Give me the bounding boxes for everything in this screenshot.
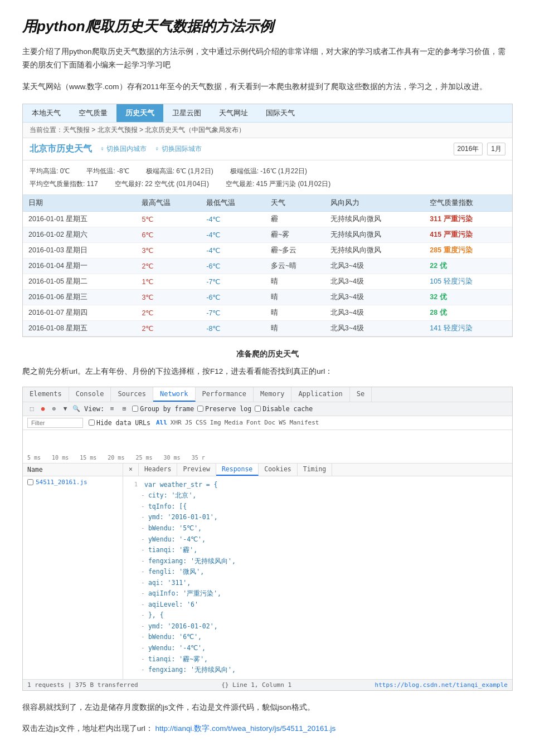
line-dash: -: [141, 545, 145, 556]
search-icon[interactable]: 🔍: [72, 404, 81, 413]
table-row: 2016-01-04 星期一 2℃ -6℃ 多云~晴 北风3~4级 22 优: [23, 258, 512, 274]
disable-cache-checkbox[interactable]: [255, 406, 261, 412]
line-dash: -: [141, 534, 145, 545]
line-dash: -: [141, 556, 145, 567]
filter-font[interactable]: Font: [246, 419, 261, 426]
code-content: tqInfo: [{: [148, 501, 187, 513]
group-by-frame-checkbox[interactable]: [132, 406, 138, 412]
code-line: - aqiLevel: '6': [129, 599, 507, 611]
view-list-icon[interactable]: ≡: [108, 404, 116, 413]
tab-network[interactable]: Network: [153, 387, 196, 402]
cell-aqi: 105 轻度污染: [424, 274, 512, 290]
tab-memory[interactable]: Memory: [254, 387, 291, 402]
cell-aqi: 285 重度污染: [424, 243, 512, 258]
file-checkbox[interactable]: [27, 479, 33, 485]
code-line: - ymd: '2016-01-02',: [129, 621, 507, 632]
cursor-icon[interactable]: ⬚: [27, 404, 36, 413]
cell-low: -4℃: [201, 227, 265, 243]
stop-icon[interactable]: ⊗: [50, 404, 59, 413]
network-file-item[interactable]: 54511_20161.js: [23, 476, 123, 488]
timeline-label-35: 35 r: [192, 455, 205, 461]
col-aqi: 空气质量指数: [424, 195, 512, 212]
close-tab-btn[interactable]: ×: [123, 464, 139, 476]
filter-manifest[interactable]: Manifest: [289, 419, 319, 426]
statusbar-url: https://blog.csdn.net/tianqi_example: [375, 681, 508, 689]
cell-high: 2℃: [136, 258, 201, 274]
line-number: [129, 588, 138, 599]
cell-wind: 北风3~4级: [325, 305, 425, 321]
filter-input[interactable]: [27, 418, 83, 428]
nav-item-satellite[interactable]: 卫星云图: [163, 104, 210, 122]
cell-high: 2℃: [136, 305, 201, 321]
record-icon[interactable]: ●: [38, 404, 47, 413]
timeline-label-25: 25 ms: [135, 455, 152, 461]
tab-se[interactable]: Se: [350, 387, 372, 402]
filter-media[interactable]: Media: [225, 419, 243, 426]
line-dash: -: [141, 501, 145, 513]
view-grid-icon[interactable]: ⊞: [120, 404, 129, 413]
cell-low: -4℃: [201, 212, 265, 227]
filter-ws[interactable]: WS: [279, 419, 286, 426]
tab-sources[interactable]: Sources: [111, 387, 153, 402]
nav-item-site[interactable]: 天气网址: [210, 104, 257, 122]
code-line: - tianqi: '霾~雾',: [129, 654, 507, 665]
nav-item-local[interactable]: 本地天气: [23, 104, 70, 122]
timing-tab[interactable]: Timing: [298, 464, 333, 476]
line-number: [129, 621, 138, 632]
filter-xhr[interactable]: XHR: [171, 419, 182, 426]
month-select[interactable]: 1月: [487, 143, 505, 155]
year-select[interactable]: 2016年: [454, 143, 483, 155]
cell-high: 3℃: [136, 243, 201, 258]
nav-item-history[interactable]: 历史天气: [116, 104, 163, 122]
filter-img[interactable]: Img: [210, 419, 221, 426]
devtools-toolbar: ⬚ ● ⊗ ▼ 🔍 View: ≡ ⊞ Group by frame Prese…: [23, 402, 512, 416]
code-content: tianqi: '霾~雾',: [148, 654, 208, 665]
tab-application[interactable]: Application: [291, 387, 349, 402]
headers-tab[interactable]: Headers: [139, 464, 177, 476]
filter-bar: Hide data URLs All XHR JS CSS Img Media …: [23, 416, 512, 430]
cell-wind: 北风3~4级: [325, 258, 425, 274]
cell-low: -8℃: [201, 321, 265, 336]
filter-all[interactable]: All: [156, 419, 167, 426]
tab-elements[interactable]: Elements: [23, 387, 69, 402]
filter-js[interactable]: JS: [185, 419, 192, 426]
response-tab[interactable]: Response: [216, 464, 259, 476]
cell-weather: 晴: [265, 305, 325, 321]
code-content: fengxiang: '无持续风向',: [148, 665, 236, 676]
code-line: - }, {: [129, 610, 507, 621]
code-content: city: '北京',: [148, 490, 196, 501]
code-line: - tqInfo: [{: [129, 501, 507, 513]
weather-table: 日期 最高气温 最低气温 天气 风向风力 空气质量指数 2016-01-01 星…: [23, 195, 512, 336]
filter-icon[interactable]: ▼: [61, 404, 70, 413]
line-number: [129, 654, 138, 665]
cell-low: -7℃: [201, 305, 265, 321]
code-content: var weather_str = {: [144, 480, 218, 491]
col-date: 日期: [23, 195, 136, 212]
avg-aqi: 平均空气质量指数: 117: [30, 178, 98, 191]
line-dash: -: [141, 523, 145, 534]
cookies-tab[interactable]: Cookies: [259, 464, 297, 476]
col-weather: 天气: [265, 195, 325, 212]
avg-low: 平均低温: -8℃: [86, 165, 129, 178]
stats-area: 平均高温: 0℃ 平均低温: -8℃ 极端高温: 6℃ (1月2日) 极端低温:…: [23, 160, 512, 196]
tab-performance[interactable]: Performance: [196, 387, 254, 402]
filter-doc[interactable]: Doc: [264, 419, 275, 426]
cell-date: 2016-01-03 星期日: [23, 243, 136, 258]
filter-css[interactable]: CSS: [196, 419, 207, 426]
cell-date: 2016-01-08 星期五: [23, 321, 136, 336]
switch-international[interactable]: 切换国际城市: [154, 144, 201, 154]
code-line: - bWendu: '5℃',: [129, 523, 507, 534]
switch-domestic[interactable]: 切换国内城市: [100, 144, 147, 154]
nav-item-air[interactable]: 空气质量: [70, 104, 116, 122]
hide-data-urls-label: Hide data URLs: [89, 419, 150, 427]
devtools-body: Name 54511_20161.js × Headers Preview Re…: [23, 464, 512, 679]
preview-tab[interactable]: Preview: [177, 464, 216, 476]
hide-data-urls-checkbox[interactable]: [89, 420, 95, 426]
table-row: 2016-01-07 星期四 2℃ -7℃ 晴 北风3~4级 28 优: [23, 305, 512, 321]
cell-high: 1℃: [136, 274, 201, 290]
nav-item-international[interactable]: 国际天气: [257, 104, 304, 122]
file-name: 54511_20161.js: [36, 479, 87, 486]
preserve-log-checkbox[interactable]: [197, 406, 203, 412]
tab-console[interactable]: Console: [69, 387, 111, 402]
code-content: bWendu: '5℃',: [148, 523, 202, 534]
